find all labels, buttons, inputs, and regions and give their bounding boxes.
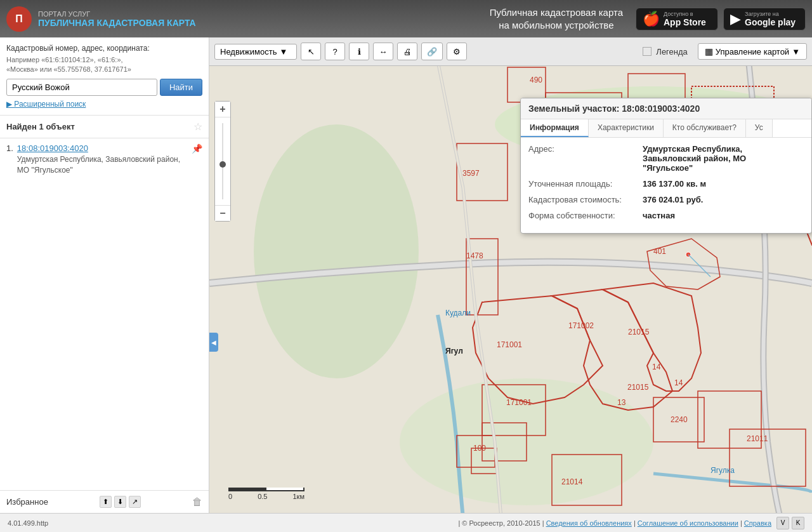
cost-value: 376 024.01 руб. <box>643 195 804 204</box>
scale-label-0: 0 <box>228 493 232 500</box>
favorites-label: Избранное <box>6 497 48 507</box>
map[interactable]: 490 1788 494 3012 122 3597 5218 3722 372… <box>209 66 812 513</box>
question-tool-button[interactable]: ? <box>325 43 345 60</box>
apple-icon: 🍎 <box>643 11 660 27</box>
ownership-value: частная <box>643 211 804 220</box>
scale-label-half: 0.5 <box>258 493 267 500</box>
delete-favorites-icon[interactable]: 🗑 <box>192 496 202 508</box>
googleplay-top: Загрузите на <box>745 11 796 17</box>
search-section: Кадастровый номер, адрес, координата: На… <box>0 37 209 116</box>
info-popup: Земельный участок: 18:08:019003:4020 Инф… <box>520 98 812 234</box>
nedvizhimost-dropdown[interactable]: Недвижимость ▼ <box>214 44 297 60</box>
result-address: Удмуртская Республика, Завьяловский райо… <box>17 154 188 176</box>
result-cadastral-link[interactable]: 18:08:019003:4020 <box>17 143 188 153</box>
appstore-name: App Store <box>664 17 706 27</box>
results-section: Найден 1 объект ☆ <box>0 116 209 138</box>
favorites-export-btn[interactable]: ⬆ <box>100 496 112 508</box>
favorites-bar: Избранное ⬆ ⬇ ↗ 🗑 <box>0 490 209 513</box>
upravlenie-arrow-icon: ▼ <box>792 47 800 57</box>
map-title-line1: Публичная кадастровая карта <box>490 6 623 19</box>
app-store-section: 🍎 Доступно в App Store ▶ Загрузите на Go… <box>636 8 806 30</box>
footer-help-link[interactable]: Справка <box>744 519 771 527</box>
footer-updates-link[interactable]: Сведения об обновлениях <box>546 519 632 527</box>
favorites-star-icon[interactable]: ☆ <box>193 121 202 133</box>
popup-title: Земельный участок: 18:08:019003:4020 <box>521 98 811 119</box>
result-list: 1. 18:08:019003:4020 Удмуртская Республи… <box>0 138 209 490</box>
measure-tool-button[interactable]: ↔ <box>373 43 393 60</box>
advanced-search-link[interactable]: ▶ Расширенный поиск <box>6 100 202 109</box>
app-store-button[interactable]: 🍎 Доступно в App Store <box>636 8 718 30</box>
info-row-cost: Кадастровая стоимость: 376 024.01 руб. <box>528 195 804 204</box>
zoom-thumb <box>219 161 226 168</box>
legenda-button[interactable]: Легенда <box>643 47 687 57</box>
footer: 4.01.499.http | © Росреестр, 2010-2015 |… <box>0 513 812 532</box>
share-tool-button[interactable]: 🔗 <box>421 43 443 60</box>
footer-version: 4.01.499.http <box>8 519 48 527</box>
portal-bottom-label: ПУБЛИЧНАЯ КАДАСТРОВАЯ КАРТА <box>38 18 196 28</box>
cursor-tool-button[interactable]: ↖ <box>301 43 321 60</box>
info-tabs: Информация Характеристики Кто обслуживае… <box>521 119 811 138</box>
zoom-controls: + − <box>214 101 231 222</box>
map-title-line2: на мобильном устройстве <box>490 19 623 32</box>
settings-tool-button[interactable]: ⚙ <box>447 43 467 60</box>
favorites-add-btn[interactable]: ↗ <box>129 496 141 508</box>
result-content: 18:08:019003:4020 Удмуртская Республика,… <box>17 143 188 176</box>
portal-text: ПОРТАЛ УСЛУГ ПУБЛИЧНАЯ КАДАСТРОВАЯ КАРТА <box>38 10 196 28</box>
address-key: Адрес: <box>528 144 643 154</box>
map-container[interactable]: Недвижимость ▼ ↖ ? ℹ ↔ 🖨 🔗 ⚙ Легенда ▦ У… <box>209 37 812 513</box>
favorites-controls: ⬆ ⬇ ↗ <box>100 496 141 508</box>
scale-labels: 0 0.5 1км <box>228 493 304 500</box>
print-tool-button[interactable]: 🖨 <box>397 43 417 60</box>
tab-characteristics[interactable]: Характеристики <box>589 119 664 137</box>
address-value: Удмуртская Республика,Завьяловский район… <box>643 144 804 173</box>
appstore-top: Доступно в <box>664 11 706 17</box>
footer-icon-btn-2[interactable]: K <box>792 517 804 529</box>
svg-point-2 <box>254 124 419 378</box>
result-number: 1. <box>6 143 13 153</box>
portal-top-label: ПОРТАЛ УСЛУГ <box>38 10 196 18</box>
tab-who-serves[interactable]: Кто обслуживает? <box>664 119 746 137</box>
favorites-import-btn[interactable]: ⬇ <box>114 496 126 508</box>
ownership-key: Форма собственности: <box>528 211 643 220</box>
pin-icon[interactable]: 📌 <box>192 143 202 154</box>
search-row: Найти <box>6 79 202 96</box>
main-layout: Кадастровый номер, адрес, координата: На… <box>0 37 812 513</box>
dropdown-arrow-icon: ▼ <box>279 47 287 57</box>
google-play-button[interactable]: ▶ Загрузите на Google play <box>723 8 806 30</box>
scale-bar: 0 0.5 1км <box>228 488 304 500</box>
search-input[interactable] <box>6 79 157 96</box>
search-hint: Например «61:6:10104:12», «61:6:», «Моск… <box>6 55 202 75</box>
collapse-panel-button[interactable]: ◀ <box>209 333 218 352</box>
header-logo: П ПОРТАЛ УСЛУГ ПУБЛИЧНАЯ КАДАСТРОВАЯ КАР… <box>6 6 196 32</box>
zoom-slider[interactable] <box>215 117 230 206</box>
googleplay-icon: ▶ <box>730 11 741 27</box>
area-value: 136 137.00 кв. м <box>643 179 804 189</box>
upravlenie-button[interactable]: ▦ Управление картой ▼ <box>698 43 807 60</box>
area-key: Уточненная площадь: <box>528 179 643 189</box>
info-row-area: Уточненная площадь: 136 137.00 кв. м <box>528 179 804 189</box>
tab-information[interactable]: Информация <box>521 119 589 137</box>
tab-extra[interactable]: Ус <box>746 119 773 137</box>
footer-center: | © Росреестр, 2010-2015 | Сведения об о… <box>458 519 771 527</box>
map-toolbar: Недвижимость ▼ ↖ ? ℹ ↔ 🖨 🔗 ⚙ Легенда ▦ У… <box>209 37 812 66</box>
header: П ПОРТАЛ УСЛУГ ПУБЛИЧНАЯ КАДАСТРОВАЯ КАР… <box>0 0 812 37</box>
cost-key: Кадастровая стоимость: <box>528 195 643 204</box>
grid-icon: ▦ <box>705 46 713 57</box>
zoom-track <box>222 123 223 199</box>
portal-icon: П <box>6 6 32 32</box>
info-row-ownership: Форма собственности: частная <box>528 211 804 220</box>
search-button[interactable]: Найти <box>160 79 202 96</box>
result-item: 1. 18:08:019003:4020 Удмуртская Республи… <box>6 143 202 176</box>
info-content: Адрес: Удмуртская Республика,Завьяловски… <box>521 138 811 233</box>
search-label: Кадастровый номер, адрес, координата: <box>6 44 202 53</box>
info-row-address: Адрес: Удмуртская Республика,Завьяловски… <box>528 144 804 173</box>
footer-agreement-link[interactable]: Соглашение об использовании <box>638 519 738 527</box>
scale-line <box>228 488 304 491</box>
results-count: Найден 1 объект <box>6 122 75 131</box>
zoom-in-button[interactable]: + <box>215 102 230 117</box>
header-map-title: Публичная кадастровая карта на мобильном… <box>490 6 623 31</box>
footer-copyright: | © Росреестр, 2010-2015 | <box>458 519 544 527</box>
zoom-out-button[interactable]: − <box>215 206 230 221</box>
info-tool-button[interactable]: ℹ <box>349 43 369 60</box>
footer-icon-btn-1[interactable]: V <box>776 517 789 529</box>
